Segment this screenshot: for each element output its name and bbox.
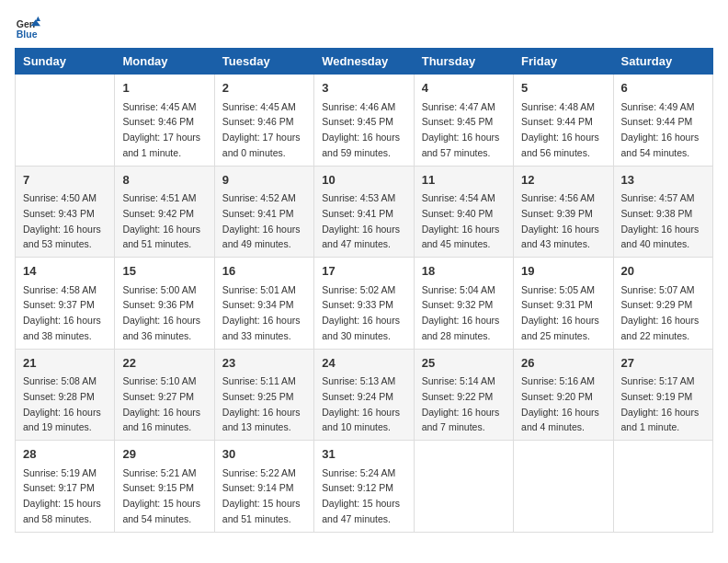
week-row-5: 28Sunrise: 5:19 AMSunset: 9:17 PMDayligh… <box>16 441 713 533</box>
calendar-cell: 1Sunrise: 4:45 AMSunset: 9:46 PMDaylight… <box>115 75 214 167</box>
day-info: Sunrise: 5:04 AMSunset: 9:32 PMDaylight:… <box>422 284 500 341</box>
calendar-cell: 6Sunrise: 4:49 AMSunset: 9:44 PMDaylight… <box>613 75 712 167</box>
day-number: 11 <box>422 171 506 190</box>
day-number: 1 <box>122 79 206 98</box>
day-info: Sunrise: 5:02 AMSunset: 9:33 PMDaylight:… <box>322 284 400 341</box>
calendar-cell: 31Sunrise: 5:24 AMSunset: 9:12 PMDayligh… <box>314 441 414 533</box>
svg-marker-2 <box>36 17 40 21</box>
day-info: Sunrise: 4:45 AMSunset: 9:46 PMDaylight:… <box>122 101 200 158</box>
week-row-2: 7Sunrise: 4:50 AMSunset: 9:43 PMDaylight… <box>16 166 713 258</box>
day-number: 23 <box>222 354 306 373</box>
calendar-cell: 4Sunrise: 4:47 AMSunset: 9:45 PMDaylight… <box>414 75 513 167</box>
day-info: Sunrise: 4:45 AMSunset: 9:46 PMDaylight:… <box>222 101 301 158</box>
calendar-cell: 3Sunrise: 4:46 AMSunset: 9:45 PMDaylight… <box>314 75 414 167</box>
day-number: 9 <box>222 171 306 190</box>
day-info: Sunrise: 5:14 AMSunset: 9:22 PMDaylight:… <box>422 375 500 432</box>
calendar-cell: 17Sunrise: 5:02 AMSunset: 9:33 PMDayligh… <box>314 258 414 350</box>
day-number: 30 <box>222 445 306 464</box>
day-number: 2 <box>222 79 306 98</box>
day-number: 14 <box>23 262 107 281</box>
day-header-saturday: Saturday <box>613 49 712 75</box>
day-number: 24 <box>322 354 405 373</box>
day-number: 4 <box>422 79 506 98</box>
calendar-cell: 19Sunrise: 5:05 AMSunset: 9:31 PMDayligh… <box>514 258 613 350</box>
day-number: 7 <box>23 171 107 190</box>
calendar-cell: 13Sunrise: 4:57 AMSunset: 9:38 PMDayligh… <box>613 166 712 258</box>
day-number: 8 <box>122 171 206 190</box>
calendar-cell: 18Sunrise: 5:04 AMSunset: 9:32 PMDayligh… <box>414 258 513 350</box>
day-number: 16 <box>222 262 306 281</box>
calendar-cell: 26Sunrise: 5:16 AMSunset: 9:20 PMDayligh… <box>514 349 613 441</box>
day-info: Sunrise: 4:49 AMSunset: 9:44 PMDaylight:… <box>621 101 700 158</box>
day-number: 29 <box>122 445 206 464</box>
calendar-cell: 28Sunrise: 5:19 AMSunset: 9:17 PMDayligh… <box>16 441 115 533</box>
calendar-cell: 14Sunrise: 4:58 AMSunset: 9:37 PMDayligh… <box>16 258 115 350</box>
day-info: Sunrise: 5:11 AMSunset: 9:25 PMDaylight:… <box>222 375 301 432</box>
day-number: 10 <box>322 171 405 190</box>
week-row-4: 21Sunrise: 5:08 AMSunset: 9:28 PMDayligh… <box>16 349 713 441</box>
day-info: Sunrise: 5:05 AMSunset: 9:31 PMDaylight:… <box>521 284 599 341</box>
calendar-cell: 20Sunrise: 5:07 AMSunset: 9:29 PMDayligh… <box>613 258 712 350</box>
day-header-tuesday: Tuesday <box>214 49 313 75</box>
day-info: Sunrise: 5:24 AMSunset: 9:12 PMDaylight:… <box>322 467 400 524</box>
day-number: 5 <box>521 79 605 98</box>
day-info: Sunrise: 4:46 AMSunset: 9:45 PMDaylight:… <box>322 101 400 158</box>
calendar-cell <box>613 441 712 533</box>
day-number: 20 <box>621 262 705 281</box>
calendar-cell: 9Sunrise: 4:52 AMSunset: 9:41 PMDaylight… <box>214 166 313 258</box>
day-info: Sunrise: 4:56 AMSunset: 9:39 PMDaylight:… <box>521 192 599 249</box>
calendar-cell: 8Sunrise: 4:51 AMSunset: 9:42 PMDaylight… <box>115 166 214 258</box>
day-number: 6 <box>621 79 705 98</box>
day-info: Sunrise: 5:21 AMSunset: 9:15 PMDaylight:… <box>122 467 200 524</box>
calendar-cell: 16Sunrise: 5:01 AMSunset: 9:34 PMDayligh… <box>214 258 313 350</box>
day-number: 19 <box>521 262 605 281</box>
calendar-cell: 29Sunrise: 5:21 AMSunset: 9:15 PMDayligh… <box>115 441 214 533</box>
day-number: 18 <box>422 262 506 281</box>
calendar-header: SundayMondayTuesdayWednesdayThursdayFrid… <box>16 49 713 75</box>
day-info: Sunrise: 4:51 AMSunset: 9:42 PMDaylight:… <box>122 192 200 249</box>
calendar-cell: 5Sunrise: 4:48 AMSunset: 9:44 PMDaylight… <box>514 75 613 167</box>
day-number: 31 <box>322 445 405 464</box>
calendar-cell <box>514 441 613 533</box>
day-info: Sunrise: 4:52 AMSunset: 9:41 PMDaylight:… <box>222 192 301 249</box>
day-number: 21 <box>23 354 107 373</box>
day-number: 28 <box>23 445 107 464</box>
day-info: Sunrise: 4:47 AMSunset: 9:45 PMDaylight:… <box>422 101 500 158</box>
calendar-cell: 7Sunrise: 4:50 AMSunset: 9:43 PMDaylight… <box>16 166 115 258</box>
calendar-cell: 15Sunrise: 5:00 AMSunset: 9:36 PMDayligh… <box>115 258 214 350</box>
day-number: 13 <box>621 171 705 190</box>
calendar-cell: 10Sunrise: 4:53 AMSunset: 9:41 PMDayligh… <box>314 166 414 258</box>
calendar-table: SundayMondayTuesdayWednesdayThursdayFrid… <box>15 48 713 533</box>
day-info: Sunrise: 4:57 AMSunset: 9:38 PMDaylight:… <box>621 192 700 249</box>
day-number: 17 <box>322 262 405 281</box>
day-number: 12 <box>521 171 605 190</box>
calendar-cell <box>414 441 513 533</box>
day-header-sunday: Sunday <box>16 49 115 75</box>
day-info: Sunrise: 5:00 AMSunset: 9:36 PMDaylight:… <box>122 284 200 341</box>
day-header-monday: Monday <box>115 49 214 75</box>
day-number: 3 <box>322 79 405 98</box>
calendar-cell: 11Sunrise: 4:54 AMSunset: 9:40 PMDayligh… <box>414 166 513 258</box>
day-number: 22 <box>122 354 206 373</box>
calendar-cell: 24Sunrise: 5:13 AMSunset: 9:24 PMDayligh… <box>314 349 414 441</box>
logo-icon: Gen Blue <box>15 15 40 40</box>
day-info: Sunrise: 5:01 AMSunset: 9:34 PMDaylight:… <box>222 284 301 341</box>
day-info: Sunrise: 5:22 AMSunset: 9:14 PMDaylight:… <box>222 467 301 524</box>
day-info: Sunrise: 4:54 AMSunset: 9:40 PMDaylight:… <box>422 192 500 249</box>
week-row-1: 1Sunrise: 4:45 AMSunset: 9:46 PMDaylight… <box>16 75 713 167</box>
day-number: 26 <box>521 354 605 373</box>
day-number: 15 <box>122 262 206 281</box>
calendar-cell: 30Sunrise: 5:22 AMSunset: 9:14 PMDayligh… <box>214 441 313 533</box>
day-info: Sunrise: 5:13 AMSunset: 9:24 PMDaylight:… <box>322 375 400 432</box>
day-info: Sunrise: 4:50 AMSunset: 9:43 PMDaylight:… <box>23 192 101 249</box>
day-info: Sunrise: 5:19 AMSunset: 9:17 PMDaylight:… <box>23 467 101 524</box>
calendar-cell: 27Sunrise: 5:17 AMSunset: 9:19 PMDayligh… <box>613 349 712 441</box>
calendar-cell: 25Sunrise: 5:14 AMSunset: 9:22 PMDayligh… <box>414 349 513 441</box>
calendar-cell: 23Sunrise: 5:11 AMSunset: 9:25 PMDayligh… <box>214 349 313 441</box>
day-number: 27 <box>621 354 705 373</box>
day-info: Sunrise: 4:48 AMSunset: 9:44 PMDaylight:… <box>521 101 599 158</box>
calendar-cell: 22Sunrise: 5:10 AMSunset: 9:27 PMDayligh… <box>115 349 214 441</box>
day-number: 25 <box>422 354 506 373</box>
calendar-cell: 12Sunrise: 4:56 AMSunset: 9:39 PMDayligh… <box>514 166 613 258</box>
page-header: Gen Blue <box>15 15 713 40</box>
